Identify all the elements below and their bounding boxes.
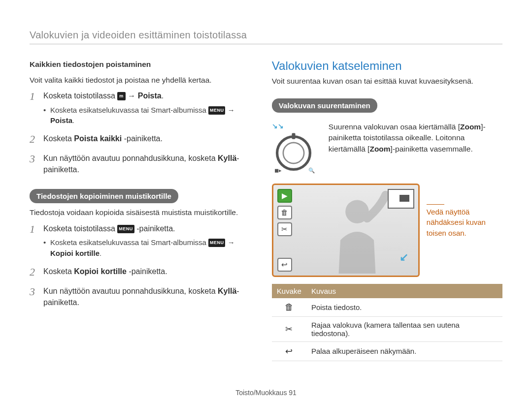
text: -painiketta.	[136, 224, 175, 233]
section-header: Valokuvien ja videoiden esittäminen tois…	[30, 30, 502, 41]
menu-icon: MENU	[208, 239, 226, 247]
text-bold: Zoom	[460, 123, 481, 131]
text: .	[100, 249, 101, 257]
th-icon: Kuvake	[272, 284, 306, 298]
menu-icon: m	[117, 92, 126, 100]
intro-viewing: Voit suurentaa kuvan osan tai esittää ku…	[272, 76, 502, 87]
text-bold: Kyllä	[218, 287, 236, 295]
text: Kun näyttöön avautuu ponnahdusikkuna, ko…	[43, 287, 218, 295]
desc-copy: Tiedostoja voidaan kopioida sisäisestä m…	[30, 207, 249, 218]
left-column: Kaikkien tiedostojen poistaminen Voit va…	[30, 59, 249, 361]
caption-line: toisen osan.	[427, 228, 486, 239]
row-desc: Poista tiedosto.	[306, 298, 502, 317]
step-2: 2 Kosketa Poista kaikki -painiketta.	[30, 133, 249, 146]
step-1: 1 Kosketa toistotilassa MENU -painiketta…	[30, 223, 249, 259]
play-icon: ▶	[277, 189, 292, 203]
text-bold: Poista	[138, 92, 162, 100]
back-icon: ↩	[277, 258, 292, 272]
text-bold: Kopioi kortille	[50, 249, 100, 257]
text: Kosketa	[43, 267, 74, 276]
substep: Kosketa esikatselukuvassa tai Smart-albu…	[43, 105, 249, 126]
drag-arrow-icon: ↙	[399, 251, 408, 264]
trash-icon: 🗑	[277, 206, 292, 219]
back-icon: ↩	[272, 341, 306, 361]
th-desc: Kuvaus	[306, 284, 502, 298]
svg-text:🔍: 🔍	[308, 167, 315, 173]
text: Kosketa esikatselukuvassa tai Smart-albu…	[50, 106, 208, 114]
step-number: 3	[30, 285, 38, 308]
camera-screen: ▶ 🗑 ✂ ↩ ↙	[272, 184, 420, 277]
text: .	[162, 92, 164, 100]
page-footer: Toisto/Muokkaus 91	[30, 389, 502, 397]
screen-row: ▶ 🗑 ✂ ↩ ↙ Vedä näyttöä nähdäksesi kuvan …	[272, 184, 502, 277]
svg-point-1	[283, 143, 304, 163]
text: ]-painiketta vasemmalle.	[391, 145, 473, 153]
svg-point-0	[277, 136, 310, 169]
row-desc: Palaa alkuperäiseen näkymään.	[306, 341, 502, 361]
heading-viewing-photos: Valokuvien katseleminen	[272, 59, 502, 73]
step-1: 1 Kosketa toistotilassa m → Poista. Kosk…	[30, 90, 249, 126]
steps-copy: 1 Kosketa toistotilassa MENU -painiketta…	[30, 223, 249, 308]
step-3: 3 Kun näyttöön avautuu ponnahdusikkuna, …	[30, 285, 249, 308]
person-silhouette-icon	[315, 190, 399, 274]
trash-icon: 🗑	[272, 298, 306, 317]
caption-line: nähdäksesi kuvan	[427, 217, 486, 228]
zoom-arrow-icon: ↘↘	[272, 122, 284, 130]
menu-icon: MENU	[117, 225, 134, 233]
right-column: Valokuvien katseleminen Voit suurentaa k…	[272, 59, 502, 361]
screen-icon-column: ▶ 🗑 ✂	[277, 189, 292, 236]
text: .	[72, 116, 74, 124]
text-bold: Kyllä	[218, 154, 236, 162]
steps-delete: 1 Kosketa toistotilassa m → Poista. Kosk…	[30, 90, 249, 175]
svg-text:◼▸: ◼▸	[274, 167, 282, 173]
table-row: ↩ Palaa alkuperäiseen näkymään.	[272, 341, 502, 361]
text: →	[228, 106, 235, 114]
step-number: 3	[30, 153, 38, 175]
text-bold: Poista	[50, 116, 72, 124]
substep: Kosketa esikatselukuvassa tai Smart-albu…	[43, 237, 235, 259]
screen-caption: Vedä näyttöä nähdäksesi kuvan toisen osa…	[427, 184, 486, 239]
zoom-figure: ↘↘ ◼▸ 🔍 Suurenna valokuvan osaa kiertämä…	[272, 122, 502, 177]
navigator-box-icon	[388, 189, 414, 209]
caption-line: Vedä näyttöä	[427, 207, 486, 217]
text: →	[228, 238, 235, 247]
zoom-dial-icon: ◼▸ 🔍	[272, 131, 315, 175]
zoom-description: Suurenna valokuvan osaa kiertämällä [Zoo…	[329, 122, 502, 154]
text-bold: Kopioi kortille	[74, 267, 127, 276]
step-number: 2	[30, 133, 38, 146]
text: →	[128, 92, 137, 100]
icon-description-table: Kuvake Kuvaus 🗑 Poista tiedosto. ✂ Rajaa…	[272, 284, 502, 361]
text: -painiketta.	[122, 134, 163, 143]
scissors-icon: ✂	[277, 222, 292, 236]
text: Suurenna valokuvan osaa kiertämällä [	[329, 123, 460, 131]
text: Kosketa toistotilassa	[43, 224, 117, 233]
step-number: 2	[30, 266, 38, 278]
text-bold: Zoom	[369, 145, 390, 153]
text: -painiketta.	[127, 267, 167, 276]
desc-delete-all: Voit valita kaikki tiedostot ja poistaa …	[30, 75, 249, 86]
svg-rect-2	[292, 133, 295, 139]
pill-copy: Tiedostojen kopioiminen muistikortille	[30, 189, 178, 203]
text: Kosketa toistotilassa	[43, 92, 117, 100]
text: Kosketa	[43, 134, 74, 143]
scissors-icon: ✂	[272, 316, 306, 341]
step-number: 1	[30, 90, 38, 126]
text: Kosketa esikatselukuvassa tai Smart-albu…	[50, 238, 208, 247]
step-3: 3 Kun näyttöön avautuu ponnahdusikkuna, …	[30, 153, 249, 175]
step-number: 1	[30, 223, 38, 259]
text: Kun näyttöön avautuu ponnahdusikkuna, ko…	[43, 154, 218, 162]
menu-icon: MENU	[208, 106, 226, 115]
header-rule	[30, 44, 502, 44]
text-bold: Poista kaikki	[74, 134, 122, 143]
row-desc: Rajaa valokuva (kamera tallentaa sen uut…	[306, 316, 502, 341]
heading-delete-all: Kaikkien tiedostojen poistaminen	[30, 59, 249, 70]
step-2: 2 Kosketa Kopioi kortille -painiketta.	[30, 266, 249, 278]
pill-zoom: Valokuvan suurentaminen	[272, 98, 377, 113]
table-row: 🗑 Poista tiedosto.	[272, 298, 502, 317]
table-row: ✂ Rajaa valokuva (kamera tallentaa sen u…	[272, 316, 502, 341]
